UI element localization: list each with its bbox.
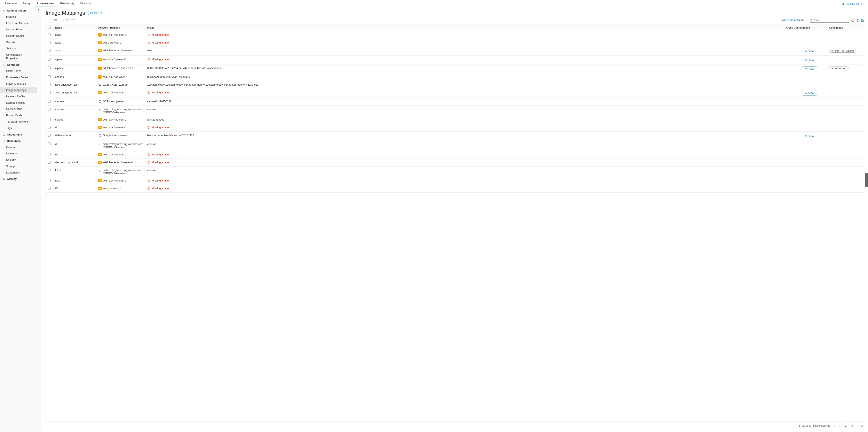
view-button[interactable]: VIEW — [802, 49, 817, 53]
table-row[interactable]: aaabaws_akk / us-east-2Missing image — [46, 31, 864, 39]
row-checkbox[interactable] — [48, 126, 51, 129]
info-icon[interactable] — [851, 19, 855, 22]
sidebar-group-configure[interactable]: Configure — [0, 62, 37, 68]
row-checkbox[interactable] — [48, 187, 51, 190]
sidebar-item-cluster-plans[interactable]: Cluster Plans — [0, 106, 37, 112]
table-row[interactable]: EEDcmbuvcfmgmtvc.eng.vmware.com / SDDC-D… — [46, 167, 864, 177]
sidebar-item-settings[interactable]: Settings — [0, 46, 37, 52]
delete-button: DELETE — [60, 18, 78, 23]
filter-box[interactable] — [810, 18, 849, 23]
sidebar-item-projects[interactable]: Projects — [0, 14, 37, 20]
sidebar-item-storage[interactable]: Storage — [0, 163, 37, 170]
table-row[interactable]: aws-encryption-testaws_akk / us-east-2Mi… — [46, 89, 864, 98]
sidebar-collapse[interactable] — [37, 7, 42, 432]
row-checkbox[interactable] — [48, 143, 51, 145]
row-checkbox[interactable] — [48, 75, 51, 78]
table-row[interactable]: alpineaws_akk / us-east-1Missing imageVI… — [46, 56, 864, 64]
sidebar-group-resources[interactable]: Resources — [0, 138, 37, 144]
sidebar-item-users-and-groups[interactable]: Users and Groups — [0, 20, 37, 27]
row-checkbox[interactable] — [48, 58, 51, 61]
table-row[interactable]: dfcmbuvcfmgmtvc.eng.vmware.com / SDDC-Da… — [46, 140, 864, 151]
tab-design[interactable]: Design — [20, 0, 34, 7]
tab-infrastructure[interactable]: Infrastructure — [34, 0, 58, 7]
table-row[interactable]: coreosaws_akk / us-east-1ami-2981896c — [46, 116, 864, 124]
table-row[interactable]: cent-oscmbuvcfmgmtvc.eng.vmware.com / SD… — [46, 106, 864, 116]
table-row[interactable]: fasdaws_akk / us-east-1Missing image — [46, 177, 864, 185]
sidebar-item-cloud-zones[interactable]: Cloud Zones — [0, 68, 37, 74]
page-first[interactable] — [833, 424, 836, 427]
sidebar-item-image-mappings[interactable]: Image Mappings — [0, 87, 37, 93]
row-checkbox[interactable] — [48, 169, 51, 171]
table-row[interactable]: ddaws_akk / us-east-1Missing image — [46, 124, 864, 132]
svg-point-6 — [810, 19, 812, 21]
page-last[interactable] — [861, 424, 864, 427]
view-button[interactable]: VIEW — [802, 58, 817, 62]
view-ungrouped-toggle[interactable]: VIEW UNGROUPED — [781, 19, 807, 22]
sidebar-group-onboarding[interactable]: Onboarding — [0, 132, 37, 138]
row-checkbox[interactable] — [48, 153, 51, 156]
sidebar-item-secrets[interactable]: Secrets — [0, 39, 37, 46]
column-header[interactable]: Constraints — [827, 24, 864, 31]
page-number-input[interactable] — [843, 424, 849, 428]
sidebar-group-administration[interactable]: Administration — [0, 7, 37, 14]
row-checkbox[interactable] — [48, 83, 51, 86]
sidebar-item-kubernetes-zones[interactable]: Kubernetes Zones — [0, 74, 37, 81]
sidebar-item-security[interactable]: Security — [0, 157, 37, 163]
row-checkbox[interactable] — [48, 66, 51, 69]
sidebar-item-pricing-cards[interactable]: Pricing Cards — [0, 112, 37, 119]
sidebar-item-storage-profiles[interactable]: Storage Profiles — [0, 100, 37, 106]
table-row[interactable]: dsafasd + dgdasgdadelcheva-test / us-eas… — [46, 159, 864, 167]
column-header[interactable] — [46, 24, 53, 31]
sidebar-item-custom-names[interactable]: Custom Names — [0, 33, 37, 39]
table-row[interactable]: debian-demoGoogle / europe-west1backport… — [46, 132, 864, 140]
tab-migration[interactable]: Migration — [77, 0, 94, 7]
table-row[interactable]: agagadelcheva-test / us-east-1newVIEW0:T… — [46, 47, 864, 56]
row-checkbox[interactable] — [48, 41, 51, 44]
sidebar-item-configuration-properties[interactable]: Configuration Properties — [0, 52, 37, 62]
row-checkbox[interactable] — [48, 179, 51, 182]
name-cell: alpine — [53, 56, 96, 64]
account-label: GCP / europe-west1 — [103, 100, 127, 103]
table-row[interactable]: agagaws / eu-west-1Missing image — [46, 39, 864, 47]
column-header[interactable]: Account / Regions — [96, 24, 145, 31]
table-row[interactable]: ffffaws / us-east-1Missing image — [46, 185, 864, 193]
view-button[interactable]: VIEW — [802, 134, 817, 138]
table-row[interactable]: alpineeadelcheva-test / us-east-1000fe88… — [46, 64, 864, 73]
sidebar-item-network-profiles[interactable]: Network Profiles — [0, 93, 37, 100]
grid-icon[interactable] — [861, 19, 864, 22]
row-checkbox[interactable] — [48, 100, 51, 103]
row-checkbox[interactable] — [48, 33, 51, 36]
table-row[interactable]: asddasaws_akk / us-west-200cf6dacf6df460… — [46, 73, 864, 81]
sidebar-item-custom-roles[interactable]: Custom Roles — [0, 27, 37, 33]
filter-input[interactable] — [813, 18, 849, 22]
sidebar-item-terraform-versions[interactable]: Terraform Versions — [0, 119, 37, 125]
sidebar-item-kubernetes[interactable]: Kubernetes — [0, 170, 37, 176]
sidebar-item-networks[interactable]: Networks — [0, 150, 37, 157]
sidebar-item-tags[interactable]: Tags — [0, 125, 37, 132]
page-prev[interactable] — [838, 424, 841, 427]
view-button[interactable]: VIEW — [802, 91, 817, 95]
refresh-icon[interactable] — [856, 19, 859, 22]
view-button[interactable]: VIEW — [802, 66, 817, 71]
sidebar-item-flavor-mappings[interactable]: Flavor Mappings — [0, 81, 37, 87]
tab-extensibility[interactable]: Extensibility — [57, 0, 77, 7]
table-row[interactable]: dffaws_akk / us-east-2Missing image — [46, 151, 864, 159]
row-checkbox[interactable] — [48, 134, 51, 137]
column-header[interactable]: Image — [145, 24, 784, 31]
column-header[interactable]: Cloud Configuration — [784, 24, 827, 31]
tab-resources[interactable]: Resources — [2, 0, 20, 7]
row-checkbox[interactable] — [48, 161, 51, 164]
row-checkbox[interactable] — [48, 49, 51, 52]
table-row[interactable]: cent-osGCP / europe-west1centos-6-v20150… — [46, 98, 864, 106]
column-header[interactable]: Name — [53, 24, 96, 31]
sidebar-group-activity[interactable]: Activity — [0, 176, 37, 182]
sidebar-item-compute[interactable]: Compute — [0, 144, 37, 150]
guided-setup-link[interactable]: GUIDED SETUP — [840, 2, 866, 5]
page-next[interactable] — [856, 424, 859, 427]
row-checkbox[interactable] — [48, 91, 51, 94]
row-checkbox[interactable] — [48, 118, 51, 121]
feedback-tab[interactable] — [865, 173, 868, 187]
select-all-checkbox[interactable] — [48, 26, 51, 29]
table-row[interactable]: aws-encryption-testazure / North Europe1… — [46, 81, 864, 89]
row-checkbox[interactable] — [48, 108, 51, 111]
